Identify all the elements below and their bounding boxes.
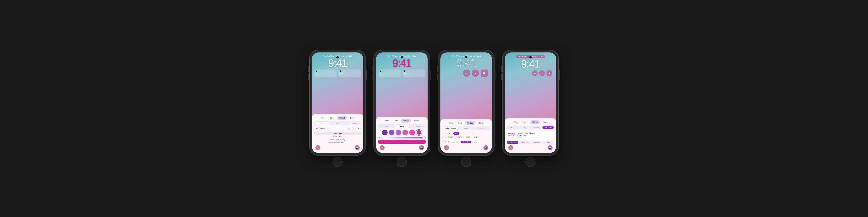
swatch-4[interactable] <box>402 130 408 135</box>
opt-sunrise[interactable]: Sunrise <box>446 136 455 139</box>
swatch-2[interactable] <box>389 130 395 135</box>
tab-time-3[interactable]: Time <box>447 121 455 125</box>
tab-done-1[interactable]: Done <box>348 116 356 120</box>
opt-sunset[interactable]: Sunset <box>456 136 464 139</box>
sub-tab-color-3[interactable]: Color <box>459 127 474 130</box>
opt-1x2-1[interactable]: 1×2 <box>453 132 459 135</box>
phone-3-wallpaper: Sun 26 Mar • 4 Ramadan 1444 9:41 31 🔥 ⏹ <box>440 53 492 119</box>
phone-4-time: 9:41 <box>507 59 554 69</box>
phone-4-wallpaper: SUN 26 MAR 🌤 PARTLY CLOUDY 9:41 31 🔥 ⏹ <box>505 53 556 118</box>
sub-tab-font-4[interactable]: Font <box>507 126 519 129</box>
phone-1-sub-tabs: Font Color Position <box>314 121 361 125</box>
sub-tab-dateoption-4[interactable]: Date Option <box>542 126 554 129</box>
power-btn-4[interactable] <box>559 70 560 80</box>
case-uppercase[interactable]: Uppercase <box>507 141 518 144</box>
swatch-5[interactable] <box>409 130 415 135</box>
edit-icon-4[interactable]: ✏️ <box>508 145 513 150</box>
case-none[interactable]: None <box>543 141 554 144</box>
tab-done-3[interactable]: Done <box>476 121 485 125</box>
phone-1-battery: 84% <box>339 72 360 74</box>
tab-widget-1[interactable]: Widget <box>337 116 347 120</box>
camera-icon-4[interactable]: 📷 <box>548 145 553 150</box>
opt-event[interactable]: Event <box>472 136 480 139</box>
volume-down-btn[interactable] <box>308 74 309 80</box>
phone-2-temp-range: 13°C / 24° <box>380 75 400 76</box>
sub-tab-color-1[interactable]: Color <box>330 122 345 125</box>
volume-up-btn[interactable] <box>308 66 309 72</box>
camera-icon-2[interactable]: 📷 <box>419 145 424 150</box>
opt-alarm[interactable]: Alarm <box>465 136 472 139</box>
tab-time-2[interactable]: Time <box>383 119 391 123</box>
sub-tab-position-3[interactable]: Position <box>474 127 490 130</box>
edit-icon-3[interactable]: ✏️ <box>444 145 449 150</box>
camera-icon-3[interactable]: 📷 <box>484 145 488 150</box>
phone-4-home-btn[interactable] <box>525 157 535 167</box>
swatch-1[interactable] <box>382 130 388 135</box>
tab-widget-3[interactable]: Widget <box>465 121 475 125</box>
phone-4-screen: SUN 26 MAR 🌤 PARTLY CLOUDY 9:41 31 🔥 ⏹ <box>505 53 556 153</box>
tab-time-1[interactable]: Time <box>318 116 327 120</box>
case-capitalized[interactable]: Capitalized <box>531 141 542 144</box>
volume-down-btn-4[interactable] <box>501 74 502 80</box>
power-btn-2[interactable] <box>430 70 431 80</box>
tab-date-3[interactable]: Date <box>456 121 464 125</box>
power-btn-3[interactable] <box>495 70 495 80</box>
phone-2-widget-battery: 📱 84% iPhone stimolinus 13°C / 24° <box>402 69 425 78</box>
sub-tab-widgetoption-3[interactable]: Widget Option <box>443 127 458 130</box>
tab-date-4[interactable]: Date <box>521 120 528 124</box>
phone-4-widget-3: ⏹ <box>547 70 552 76</box>
phone-1-battery-sub: 13°C / 24° <box>339 75 360 76</box>
swatch-3[interactable] <box>396 130 401 135</box>
phone-1-home-btn[interactable] <box>333 157 343 167</box>
opt-1x2-3[interactable]: 1×2 <box>472 141 478 143</box>
tag-weather-text: PARTLY CLOUDY <box>530 56 543 58</box>
opt-1x1-1[interactable]: 1×1 <box>446 132 453 135</box>
opt-phone-1x1[interactable]: Phone 1×1 <box>461 141 471 143</box>
preview-2-text: Sun 26 Mar · 🌤 Partly Cloudy <box>508 135 527 136</box>
volume-up-btn-2[interactable] <box>373 66 373 72</box>
sub-tab-font-1[interactable]: Font <box>314 122 329 125</box>
font-size-row: Time Font Size 100 − + <box>314 127 361 130</box>
phone-2-widget-weather: 🌤 3° Partly Cloudy 13°C / 24° <box>378 69 401 78</box>
sub-tab-color-4[interactable]: Color <box>519 126 530 129</box>
sub-tab-color-2[interactable]: Color <box>395 125 409 128</box>
opacity-thumb[interactable] <box>422 136 426 139</box>
phone-3-home-btn[interactable] <box>461 157 471 167</box>
font-item-4[interactable]: Prince-Rainsworld-Buddhist-12 <box>314 142 361 144</box>
tab-widget-4[interactable]: Widget <box>530 120 540 124</box>
power-btn[interactable] <box>366 70 367 80</box>
tab-time-4[interactable]: Time <box>512 120 519 124</box>
tab-widget-2[interactable]: Widget <box>401 119 411 123</box>
volume-down-btn-2[interactable] <box>373 74 373 80</box>
volume-up-btn-3[interactable] <box>437 66 438 72</box>
tab-date-2[interactable]: Date <box>392 119 400 123</box>
font-item-2[interactable]: Timer-Stencil <box>314 135 361 138</box>
sub-tab-position-4[interactable]: Position <box>531 126 542 129</box>
phone-2-sub-tabs: Font Color Position <box>378 124 426 128</box>
edit-icon-1[interactable]: ✏️ <box>315 145 320 150</box>
camera-icon-1[interactable]: 📷 <box>355 145 360 150</box>
font-item-1[interactable]: Timer-Shift <box>314 132 361 135</box>
opt-pct-1x1[interactable]: Percentage 1×1 <box>446 141 460 143</box>
swatch-6[interactable] <box>416 130 422 135</box>
phone-2-wallpaper: Sun 26 Mar • 4 Ramadan 1444 9:41 🌤 3° Pa… <box>376 53 428 117</box>
opacity-track[interactable] <box>387 137 426 138</box>
sub-tab-font-2[interactable]: Font <box>378 125 394 128</box>
font-size-increase[interactable]: + <box>357 127 361 130</box>
phone-2-home-btn[interactable] <box>397 157 407 167</box>
phone-3-control-panel: Time Date Widget Done Widget Option Colo… <box>440 119 492 153</box>
sub-tab-position-2[interactable]: Position <box>410 125 425 128</box>
tag-date-text: SUN 26 MAR <box>517 56 527 58</box>
tab-done-4[interactable]: Done <box>541 120 550 124</box>
case-lowercase[interactable]: Lowercase <box>519 141 530 144</box>
volume-down-btn-3[interactable] <box>437 74 438 80</box>
tab-date-1[interactable]: Date <box>328 116 336 120</box>
sub-tab-position-1[interactable]: Position <box>346 122 361 125</box>
font-item-3[interactable]: Time+Stencil+Heavy <box>314 138 361 141</box>
font-size-decrease[interactable]: − <box>352 127 355 130</box>
tab-done-2[interactable]: Done <box>412 119 421 123</box>
edit-icon-2[interactable]: ✏️ <box>380 145 384 150</box>
row-num-2: 2 <box>442 136 446 139</box>
volume-up-btn-4[interactable] <box>501 66 502 72</box>
phone-3-camera <box>465 56 467 59</box>
